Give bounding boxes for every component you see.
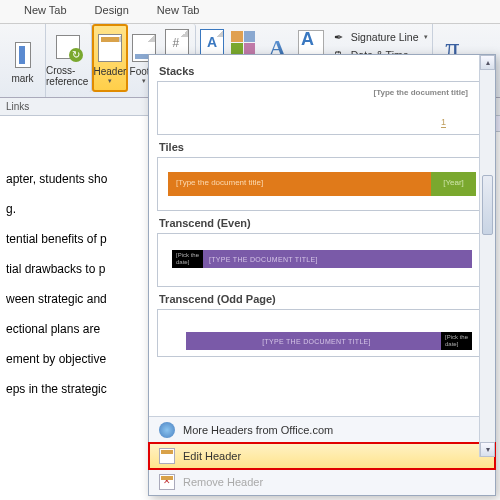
tab-newtab-2[interactable]: New Tab (143, 0, 214, 23)
remove-header-menu-item: Remove Header (149, 469, 495, 495)
gallery-footer-menu: More Headers from Office.com Edit Header… (149, 416, 495, 495)
gallery-item-stacks[interactable]: [Type the document title] 1 (157, 81, 487, 135)
doc-text: eps in the strategic (6, 382, 150, 396)
gallery-item-tiles[interactable]: [Type the document title] [Year] (157, 157, 487, 211)
header-gallery: Stacks [Type the document title] 1 Tiles… (149, 55, 495, 416)
placeholder-text: [Type the document title] (373, 88, 468, 97)
more-headers-menu-item[interactable]: More Headers from Office.com (149, 417, 495, 443)
cross-reference-button[interactable]: ↻ Cross-reference (46, 24, 92, 92)
year-placeholder: [Year] (431, 172, 476, 196)
document-body[interactable]: apter, students sho g. tential benefits … (0, 116, 150, 500)
ribbon-tabs: New Tab Design New Tab (0, 0, 500, 24)
scroll-up-button[interactable]: ▴ (480, 55, 495, 70)
doc-text: ectional plans are (6, 322, 150, 336)
tab-design[interactable]: Design (81, 0, 143, 23)
quick-parts-icon (228, 28, 258, 58)
globe-icon (159, 422, 175, 438)
placeholder-text: [Type the document title] (168, 172, 431, 196)
edit-header-icon (159, 448, 175, 464)
gallery-section-title: Transcend (Even) (159, 217, 487, 229)
gallery-section-title: Transcend (Odd Page) (159, 293, 487, 305)
bookmark-icon (8, 40, 38, 70)
doc-text: ement by objective (6, 352, 150, 366)
drop-cap-icon (296, 28, 326, 58)
doc-text: ween strategic and (6, 292, 150, 306)
text-box-icon (197, 28, 227, 58)
header-gallery-dropdown: Stacks [Type the document title] 1 Tiles… (148, 54, 496, 496)
gallery-item-transcend-odd[interactable]: [TYPE THE DOCUMENT TITLE] [Pick the date… (157, 309, 487, 357)
page-number-icon (162, 28, 192, 58)
remove-header-icon (159, 474, 175, 490)
gallery-section-title: Tiles (159, 141, 487, 153)
signature-line-button[interactable]: ✒Signature Line ▾ (331, 29, 428, 44)
gallery-section-title: Stacks (159, 65, 487, 77)
header-button[interactable]: Header ▾ (92, 24, 129, 92)
date-placeholder: [Pick the date] (441, 332, 472, 350)
edit-header-menu-item[interactable]: Edit Header (149, 443, 495, 469)
chevron-down-icon: ▾ (108, 77, 112, 85)
gallery-item-transcend-even[interactable]: [Pick the date] [TYPE THE DOCUMENT TITLE… (157, 233, 487, 287)
cross-reference-icon: ↻ (53, 32, 83, 62)
doc-text: tential benefits of p (6, 232, 150, 246)
doc-text: tial drawbacks to p (6, 262, 150, 276)
doc-text: g. (6, 202, 150, 216)
gallery-scrollbar[interactable]: ▴ ▾ (479, 55, 495, 457)
tab-newtab-1[interactable]: New Tab (10, 0, 81, 23)
header-icon (95, 33, 125, 63)
signature-icon: ✒ (331, 29, 346, 44)
placeholder-text: [TYPE THE DOCUMENT TITLE] (256, 338, 371, 345)
scroll-thumb[interactable] (482, 175, 493, 235)
page-num-placeholder: 1 (441, 117, 446, 128)
bookmark-button[interactable]: mark (5, 27, 40, 94)
doc-text: apter, students sho (6, 172, 150, 186)
scroll-down-button[interactable]: ▾ (480, 442, 495, 457)
placeholder-text: [TYPE THE DOCUMENT TITLE] (203, 256, 318, 263)
date-placeholder: [Pick the date] (172, 250, 203, 268)
